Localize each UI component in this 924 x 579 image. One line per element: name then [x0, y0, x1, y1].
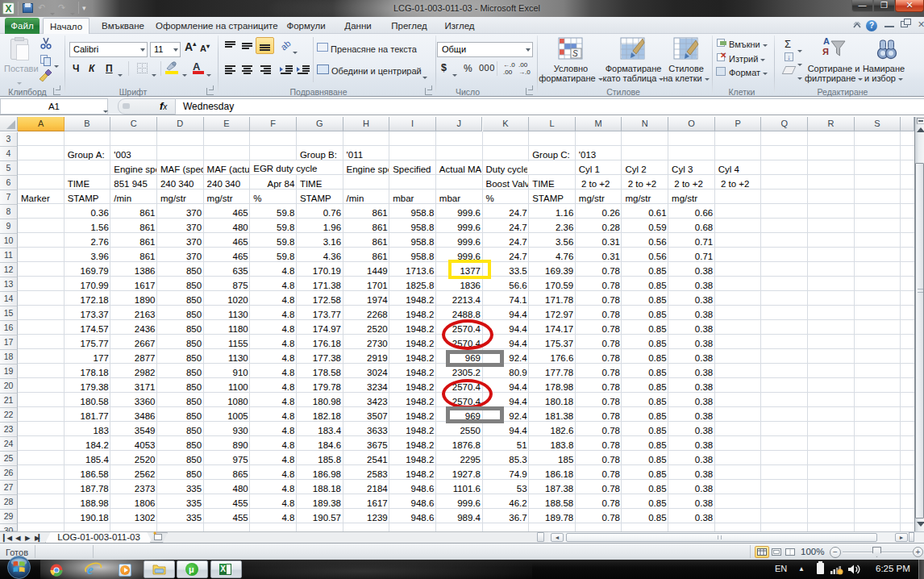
svg-text:S: S — [572, 49, 578, 58]
